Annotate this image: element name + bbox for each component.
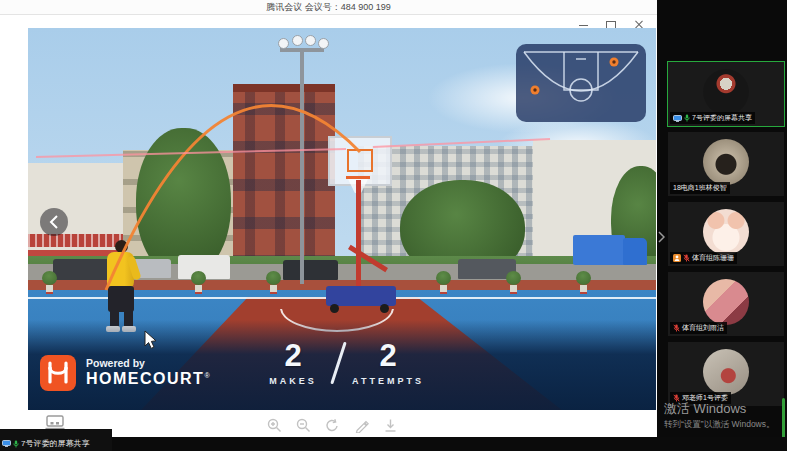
makes-label: MAKES (256, 376, 330, 386)
avatar (703, 69, 749, 115)
mic-on-icon (684, 114, 690, 122)
activate-windows-watermark: 激活 Windows (664, 400, 746, 418)
back-chevron-icon[interactable] (40, 208, 68, 236)
taskbar (0, 437, 787, 451)
meeting-window: 腾讯会议 会议号：484 900 199 (0, 0, 787, 451)
attempts-value: 2 (361, 340, 415, 371)
participant-tile[interactable]: 邓老师1号评委 (668, 342, 784, 406)
host-icon (673, 254, 681, 262)
shared-video-content: Powered by HOMECOURT® 2 MAKES 2 ATTEMPTS (28, 28, 656, 410)
participant-name: 体育组刘雨洁 (682, 323, 724, 333)
titlebar: 腾讯会议 会议号：484 900 199 (0, 0, 657, 15)
participant-name: 7号评委的屏幕共享 (692, 113, 752, 123)
avatar (703, 279, 749, 325)
mic-muted-icon (683, 254, 690, 262)
share-status-text: 7号评委的屏幕共享 (21, 438, 89, 449)
makes-value: 2 (266, 340, 320, 371)
mic-muted-icon (673, 324, 680, 332)
participant-name: 体育组陈珊珊 (692, 253, 734, 263)
participant-name: 18电商1班林俊智 (673, 183, 727, 193)
homecourt-logo (40, 355, 76, 391)
mic-on-icon (13, 440, 19, 448)
participant-tile[interactable]: 7号评委的屏幕共享 (668, 62, 784, 126)
viewer-toolbar (266, 417, 399, 434)
shared-screen-window: Powered by HOMECOURT® 2 MAKES 2 ATTEMPTS (0, 15, 657, 437)
minimap-lines (516, 44, 646, 122)
participant-tile[interactable]: 体育组陈珊珊 (668, 202, 784, 266)
collapse-arrow-icon[interactable] (655, 226, 667, 248)
avatar (703, 209, 749, 255)
cursor-icon (144, 330, 158, 350)
meeting-title: 腾讯会议 会议号：484 900 199 (266, 2, 391, 12)
download-icon[interactable] (382, 417, 399, 434)
zoom-in-icon[interactable] (266, 417, 283, 434)
participant-tile[interactable]: 体育组刘雨洁 (668, 272, 784, 336)
attempts-label: ATTEMPTS (343, 376, 433, 386)
avatar (703, 349, 749, 395)
brand-text: HOMECOURT® (86, 370, 210, 388)
activate-windows-watermark-sub: 转到“设置”以激活 Windows。 (664, 419, 775, 431)
court-minimap (516, 44, 646, 122)
powered-by-text: Powered by (86, 357, 145, 369)
sidebar-scrollbar[interactable] (782, 398, 785, 442)
screen-share-icon (673, 115, 682, 122)
rotate-icon[interactable] (324, 417, 341, 434)
zoom-out-icon[interactable] (295, 417, 312, 434)
participant-tile[interactable]: 18电商1班林俊智 (668, 132, 784, 196)
screen-share-status-popup[interactable]: 7号评委的屏幕共享 (0, 429, 112, 451)
pen-icon[interactable] (353, 417, 370, 434)
participants-sidebar: 正在讲话: 7号评委 7号评委的屏幕共享 (657, 0, 787, 451)
screen-share-icon (2, 440, 11, 447)
avatar (703, 139, 749, 185)
